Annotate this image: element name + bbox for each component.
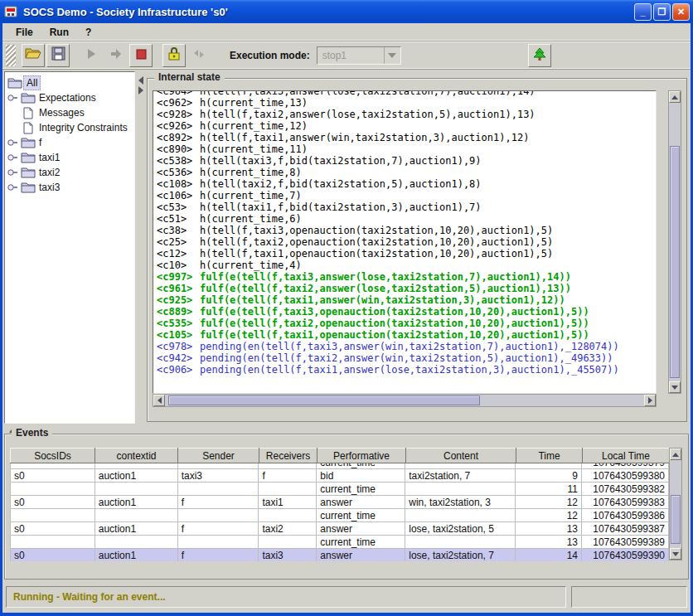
stop-icon <box>136 48 147 63</box>
column-header-socsids[interactable]: SocsIDs <box>11 449 95 463</box>
table-row[interactable]: s0auction1ftaxi2answerlose, taxi2station… <box>11 522 669 536</box>
folder-icon <box>7 77 23 89</box>
menu-bar: File Run ? <box>2 23 691 41</box>
scroll-up-button[interactable] <box>670 449 681 460</box>
expand-handle-icon[interactable] <box>5 138 20 148</box>
stop-button[interactable] <box>129 44 153 67</box>
save-button[interactable] <box>46 44 70 67</box>
column-header-contextid[interactable]: contextid <box>95 449 178 463</box>
tree-item-expectations[interactable]: Expectations <box>5 90 134 105</box>
menu-help[interactable]: ? <box>79 25 98 40</box>
table-row[interactable]: current_time111076430599382 <box>11 483 669 496</box>
execution-mode-value: stop1 <box>317 50 384 61</box>
state-line: <c38>h(tell(f,taxi3,openauction(taxi2sta… <box>157 225 656 236</box>
state-line: <c978>pending(en(tell(f,taxi3,answer(win… <box>157 341 656 352</box>
scroll-down-button[interactable] <box>669 381 681 393</box>
events-title: Events <box>12 427 52 439</box>
state-line: <c890>h(current_time,11) <box>157 143 656 155</box>
scroll-down-button[interactable] <box>670 548 681 560</box>
state-line: <c964>h(tell(f,taxi3,answer(lose,taxi2st… <box>157 90 656 97</box>
state-line: <c538>h(tell(taxi3,f,bid(taxi2station,7)… <box>157 155 656 167</box>
state-line: <c889>fulf(e(tell(f,taxi3,openauction(ta… <box>157 306 656 318</box>
tree-item-taxi3[interactable]: taxi3 <box>5 180 134 195</box>
status-message: Running - Waiting for an event... <box>13 591 166 603</box>
scrollbar-thumb[interactable] <box>670 146 680 378</box>
society-button[interactable] <box>528 44 551 67</box>
scroll-right-button[interactable] <box>644 395 656 406</box>
expand-handle-icon[interactable] <box>5 167 20 177</box>
state-line: <c53>h(tell(taxi1,f,bid(taxi2station,3),… <box>157 201 656 213</box>
state-line: <c926>h(current_time,12) <box>157 120 656 132</box>
column-header-performative[interactable]: Performative <box>317 449 406 463</box>
execution-mode-label: Execution mode: <box>230 50 310 61</box>
scrollbar-thumb[interactable] <box>168 395 480 405</box>
scrollbar-thumb[interactable] <box>671 495 681 544</box>
chevron-down-icon <box>388 53 396 58</box>
lock-button[interactable] <box>162 44 186 67</box>
menu-run[interactable]: Run <box>43 25 75 40</box>
run-button[interactable] <box>80 44 103 67</box>
app-icon <box>3 4 18 19</box>
state-line: <c962>h(current_time,13) <box>157 97 656 109</box>
events-table-body: current_time1076430599379 s0auction1taxi… <box>10 463 669 561</box>
state-line: <c12>h(tell(f,taxi1,openauction(taxi2sta… <box>157 248 656 259</box>
column-header-local-time[interactable]: Local Time <box>583 449 670 463</box>
column-header-content[interactable]: Content <box>406 449 516 463</box>
column-header-receivers[interactable]: Receivers <box>259 449 317 463</box>
lock-icon <box>167 46 181 64</box>
refresh-button[interactable] <box>187 44 211 67</box>
state-line: <c106>h(current_time,7) <box>157 190 656 201</box>
scroll-left-button[interactable] <box>153 395 165 406</box>
events-vertical-scrollbar[interactable] <box>669 448 682 560</box>
step-forward-icon <box>109 48 123 63</box>
collapse-left-icon[interactable] <box>138 76 143 85</box>
client-area: File Run ? <box>2 23 691 613</box>
combo-arrow-button[interactable] <box>384 47 400 64</box>
state-line: <c942>pending(en(tell(f,taxi2,answer(win… <box>157 352 656 364</box>
table-row[interactable]: s0auction1taxi3fbidtaxi2station, 7910764… <box>11 469 669 483</box>
tree-item-f[interactable]: f <box>5 135 134 150</box>
expand-handle-icon[interactable] <box>5 153 20 162</box>
arrow-down-icon <box>672 552 679 556</box>
toolbar-drag-handle[interactable] <box>6 45 16 66</box>
table-row[interactable]: s0auction1ftaxi1answerwin, taxi2station,… <box>11 496 669 509</box>
internal-state-vertical-scrollbar[interactable] <box>668 90 681 394</box>
collapse-right-icon[interactable] <box>138 86 143 95</box>
refresh-icon <box>192 48 206 63</box>
arrow-right-icon <box>648 397 652 404</box>
toolbar: Execution mode: stop1 <box>2 41 691 70</box>
folder-icon <box>20 152 36 163</box>
table-row-selected[interactable]: s0auction1ftaxi3answerlose, taxi2station… <box>11 549 669 562</box>
tree-item-label: taxi2 <box>36 166 62 179</box>
column-header-time[interactable]: Time <box>516 449 583 463</box>
tree-item-integrity-constraints[interactable]: Integrity Constraints <box>5 120 134 135</box>
society-tree-icon <box>533 47 546 65</box>
scroll-up-button[interactable] <box>669 91 681 103</box>
expand-handle-icon[interactable] <box>5 93 20 103</box>
menu-file[interactable]: File <box>9 25 40 40</box>
maximize-button[interactable]: ❐ <box>653 3 671 21</box>
status-bar: Running - Waiting for an event... <box>2 581 691 613</box>
open-button[interactable] <box>22 44 45 67</box>
title-bar[interactable]: SOCS Demo - Society Infrastructure 's0' … <box>0 0 693 23</box>
minimize-button[interactable]: _ <box>634 3 652 21</box>
state-line: <c961>fulf(e(tell(f,taxi2,answer(lose,ta… <box>157 283 656 294</box>
expand-handle-icon[interactable] <box>5 182 20 192</box>
internal-state-horizontal-scrollbar[interactable] <box>153 394 657 407</box>
tree-item-taxi1[interactable]: taxi1 <box>5 150 134 165</box>
execution-mode-combobox[interactable]: stop1 <box>317 46 401 65</box>
tree-item-all[interactable]: All <box>5 75 134 90</box>
tree-item-messages[interactable]: Messages <box>5 105 134 120</box>
horizontal-split-divider[interactable] <box>2 425 691 434</box>
internal-state-textarea[interactable]: <c964>h(tell(f,taxi3,answer(lose,taxi2st… <box>153 90 657 394</box>
state-line: <c997>fulf(e(tell(f,taxi3,answer(lose,ta… <box>157 271 656 283</box>
tree-item-taxi2[interactable]: taxi2 <box>5 165 134 180</box>
state-line: <c108>h(tell(taxi2,f,bid(taxi2station,5)… <box>157 178 656 190</box>
column-header-sender[interactable]: Sender <box>178 449 259 463</box>
step-button[interactable] <box>104 44 128 67</box>
table-row[interactable]: current_time131076430599389 <box>11 536 669 549</box>
table-row[interactable]: current_time121076430599386 <box>11 509 669 522</box>
close-button[interactable]: ✕ <box>672 3 690 21</box>
state-line: <c906>pending(en(tell(f,taxi1,answer(los… <box>157 364 656 376</box>
vertical-split-divider[interactable] <box>136 70 146 425</box>
